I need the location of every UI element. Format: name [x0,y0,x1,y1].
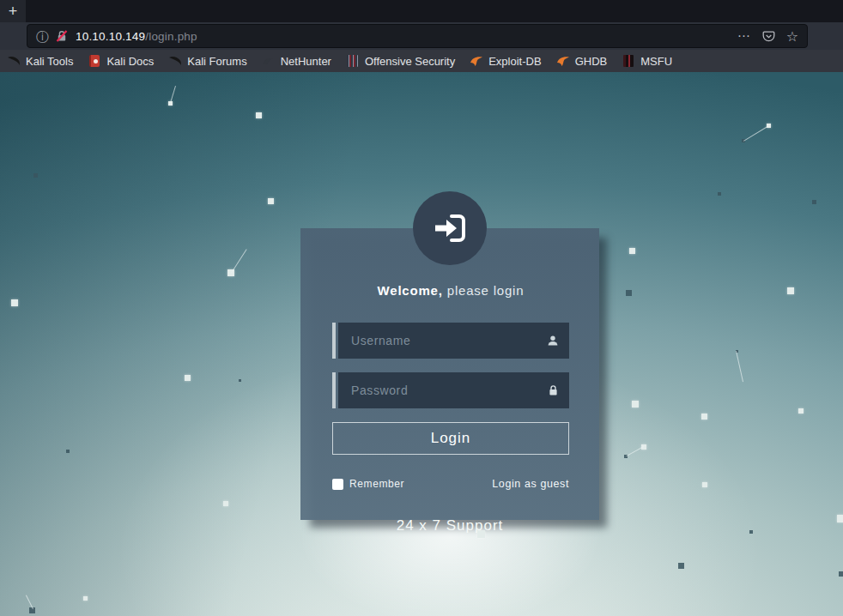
url-host: 10.10.10.149 [76,30,145,43]
tab-strip: + [0,0,843,22]
url-text[interactable]: 10.10.10.149/login.php [76,30,197,43]
kali-dragon-icon [168,54,182,68]
particle [837,515,843,522]
remember-label: Remember [349,478,404,490]
insecure-lock-icon[interactable] [56,30,68,42]
particle [787,287,794,294]
particle [718,192,721,196]
field-accent-stripe [332,372,336,408]
particle [11,299,18,306]
particle [223,501,228,506]
field-accent-stripe [332,323,336,359]
kali-dragon-icon [7,54,21,68]
bookmark-nethunter[interactable]: NetHunter [262,54,331,68]
url-bar-security: ⓘ [36,30,68,43]
bookmark-label: MSFU [640,55,672,68]
bookmark-kali-forums[interactable]: Kali Forums [168,54,246,68]
ghdb-bird-icon [556,54,570,68]
bookmark-kali-docs[interactable]: Kali Docs [88,54,154,68]
bookmark-msfu[interactable]: MSFU [622,54,672,68]
bookmark-label: Kali Tools [26,55,73,68]
particle [749,530,753,534]
particle [66,450,70,453]
new-tab-button[interactable]: + [0,0,26,22]
site-info-icon[interactable]: ⓘ [36,30,49,43]
bookmark-offensive-security[interactable]: Offensive Security [346,54,455,68]
nethunter-icon [262,54,276,68]
particle-line [170,86,176,103]
particle [626,290,632,296]
username-field-group [332,323,569,359]
particle [268,198,274,204]
bookmark-star-icon[interactable]: ☆ [786,28,798,45]
password-field-group [332,372,569,408]
bookmark-label: NetHunter [281,55,331,68]
url-bar-actions: ⋯ ☆ [737,28,798,45]
particle [477,530,485,538]
bookmark-label: Offensive Security [365,55,455,68]
offsec-icon [346,54,360,68]
pocket-icon[interactable] [762,30,775,43]
bookmark-kali-tools[interactable]: Kali Tools [7,54,73,68]
page-actions-icon[interactable]: ⋯ [737,28,751,44]
particle [239,379,241,382]
welcome-heading: Welcome,please login [332,283,569,300]
particle [629,248,635,254]
login-card: Welcome,please login [300,228,599,520]
bookmark-label: GHDB [575,55,608,68]
particle [185,375,191,381]
particle [702,482,707,487]
lock-icon [548,384,559,396]
particle-line [231,249,247,274]
login-badge [413,191,487,265]
bookmarks-bar: Kali Tools Kali Docs Kali Forums NetHunt… [0,50,843,72]
user-icon [547,335,559,347]
remember-checkbox-group[interactable]: Remember [332,478,404,490]
remember-checkbox[interactable] [332,479,343,490]
page-background: Welcome,please login [0,72,843,616]
particle [798,408,804,414]
exploitdb-bird-icon [470,54,483,68]
msfu-icon [622,54,635,68]
particle [83,596,88,601]
support-text: 24 x 7 Support [0,517,843,534]
login-button[interactable]: Login [332,422,569,455]
bookmark-label: Exploit-DB [488,55,541,68]
particle-line [627,446,644,456]
bookmark-label: Kali Forums [187,55,246,68]
username-input[interactable] [338,323,569,359]
welcome-rest: please login [447,283,525,298]
particle-line [736,351,743,382]
welcome-bold: Welcome, [378,283,443,298]
particle [701,414,707,420]
particle-line [743,126,768,142]
particle [812,200,816,204]
url-path: /login.php [145,30,197,43]
sign-in-icon [432,211,468,245]
password-input[interactable] [338,372,569,408]
plus-icon: + [9,3,18,21]
particle [33,173,38,178]
browser-window: + ⓘ 10.10.10.149/login.php ⋯ [0,0,843,616]
bookmark-label: Kali Docs [106,55,154,68]
login-options-row: Remember Login as guest [332,478,569,490]
kali-docs-icon [88,54,101,68]
url-bar[interactable]: ⓘ 10.10.10.149/login.php ⋯ [27,24,808,48]
particle [839,571,843,577]
bookmark-ghdb[interactable]: GHDB [556,54,608,68]
particle [256,112,262,118]
bookmark-exploit-db[interactable]: Exploit-DB [470,54,541,68]
particle [632,401,639,408]
particle [678,563,684,569]
navigation-bar: ⓘ 10.10.10.149/login.php ⋯ [0,22,843,50]
login-as-guest-link[interactable]: Login as guest [492,478,569,490]
